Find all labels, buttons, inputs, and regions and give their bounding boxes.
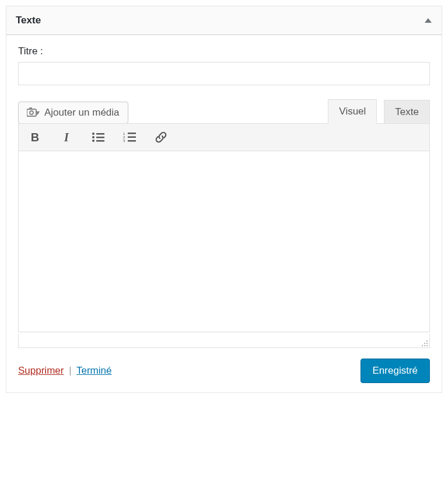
separator: | bbox=[69, 365, 71, 376]
svg-rect-15 bbox=[128, 140, 136, 142]
italic-button[interactable]: I bbox=[58, 129, 75, 145]
editor-content[interactable] bbox=[18, 151, 430, 332]
svg-marker-0 bbox=[425, 18, 432, 23]
svg-rect-9 bbox=[96, 140, 104, 142]
save-button[interactable]: Enregistré bbox=[360, 359, 430, 383]
add-media-label: Ajouter un média bbox=[44, 107, 120, 119]
add-media-button[interactable]: Ajouter un média bbox=[18, 102, 128, 124]
link-button[interactable] bbox=[153, 129, 169, 145]
svg-point-18 bbox=[426, 343, 428, 344]
editor-tabs: Visuel Texte bbox=[328, 99, 430, 124]
tab-text[interactable]: Texte bbox=[384, 100, 430, 124]
svg-point-16 bbox=[426, 340, 428, 342]
svg-point-6 bbox=[92, 136, 94, 138]
svg-point-21 bbox=[426, 345, 428, 346]
title-label: Titre : bbox=[18, 46, 430, 57]
svg-point-20 bbox=[424, 345, 425, 346]
widget-footer: Supprimer | Terminé Enregistré bbox=[18, 359, 430, 383]
footer-links: Supprimer | Terminé bbox=[18, 365, 111, 377]
svg-point-4 bbox=[92, 133, 94, 135]
svg-rect-3 bbox=[29, 107, 32, 110]
tab-visual[interactable]: Visuel bbox=[328, 99, 377, 124]
svg-point-19 bbox=[422, 345, 423, 346]
delete-link[interactable]: Supprimer bbox=[18, 365, 64, 376]
svg-point-17 bbox=[424, 343, 425, 344]
svg-rect-13 bbox=[128, 137, 136, 138]
svg-rect-5 bbox=[96, 133, 104, 135]
svg-rect-1 bbox=[27, 109, 36, 116]
widget-body: Titre : Ajouter un média Visuel Texte bbox=[6, 35, 442, 392]
svg-point-2 bbox=[30, 111, 33, 114]
bullet-list-button[interactable] bbox=[90, 129, 106, 145]
done-link[interactable]: Terminé bbox=[76, 365, 111, 376]
title-input[interactable] bbox=[18, 62, 430, 85]
svg-text:3: 3 bbox=[123, 139, 125, 142]
svg-rect-11 bbox=[128, 133, 136, 134]
bold-button[interactable]: B bbox=[27, 129, 43, 145]
numbered-list-button[interactable]: 1 2 3 bbox=[121, 129, 138, 145]
svg-rect-7 bbox=[96, 137, 104, 138]
text-widget: Texte Titre : Ajouter un média bbox=[6, 6, 442, 393]
resize-handle-icon[interactable] bbox=[421, 339, 428, 346]
editor-status-bar bbox=[18, 334, 430, 348]
widget-title: Texte bbox=[16, 15, 41, 26]
editor-toolbar: B I 1 2 bbox=[18, 123, 430, 151]
camera-icon bbox=[27, 107, 40, 118]
editor: B I 1 2 bbox=[18, 123, 430, 348]
widget-header[interactable]: Texte bbox=[6, 6, 442, 35]
media-and-tabs-row: Ajouter un média Visuel Texte bbox=[18, 99, 430, 124]
svg-point-8 bbox=[92, 140, 94, 142]
collapse-icon[interactable] bbox=[424, 18, 432, 23]
